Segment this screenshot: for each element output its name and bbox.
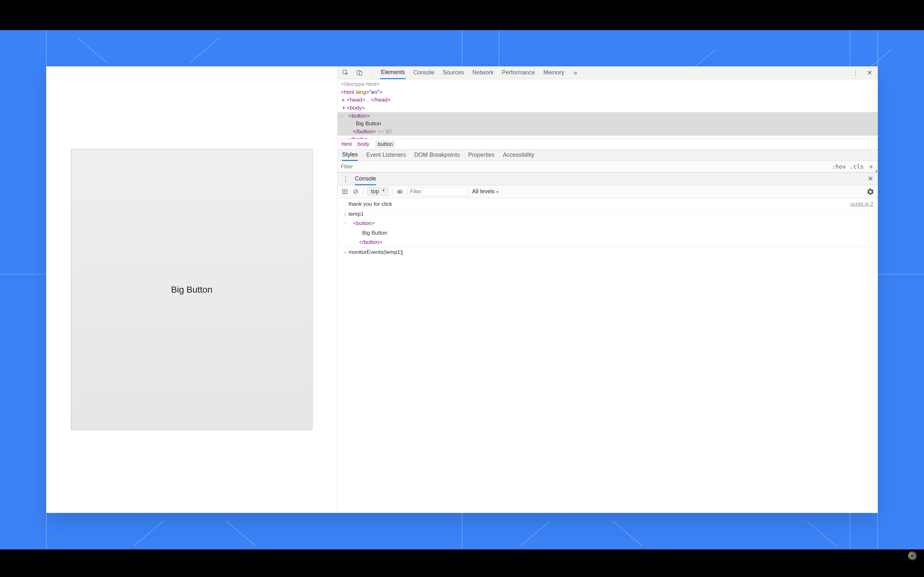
- diagonal-line: [520, 521, 550, 546]
- crumb-html[interactable]: html: [341, 141, 352, 147]
- devtools-tabbar: Elements Console Sources Network Perform…: [338, 66, 878, 79]
- resize-corner-icon[interactable]: [875, 169, 877, 172]
- dom-selected-node[interactable]: ⋯ <button> Big Button </button> == $0: [338, 112, 878, 136]
- subtab-styles[interactable]: Styles: [342, 150, 358, 161]
- diagonal-line: [807, 521, 837, 546]
- console-output-row: Big Button: [338, 228, 878, 238]
- dom-body-close: </body>: [349, 135, 878, 139]
- close-icon[interactable]: ✕: [866, 69, 873, 76]
- hov-toggle[interactable]: :hov: [832, 163, 846, 170]
- drawer-close-icon[interactable]: ✕: [867, 175, 873, 183]
- tab-elements[interactable]: Elements: [380, 67, 405, 79]
- drawer-tab-console[interactable]: Console: [355, 173, 376, 185]
- subtab-properties[interactable]: Properties: [468, 149, 494, 161]
- live-expression-icon[interactable]: [396, 188, 403, 195]
- dom-breadcrumb: html body button: [338, 139, 878, 149]
- letterbox-top: [0, 0, 924, 30]
- device-toolbar-icon[interactable]: [356, 69, 363, 76]
- subtab-accessibility[interactable]: Accessibility: [503, 149, 534, 161]
- tab-memory[interactable]: Memory: [543, 66, 565, 79]
- svg-line-5: [355, 190, 357, 193]
- console-settings-icon[interactable]: [867, 188, 874, 195]
- devtools-pane: Elements Console Sources Network Perform…: [337, 66, 878, 513]
- styles-subtabs: Styles Event Listeners DOM Breakpoints P…: [338, 149, 878, 161]
- big-button-label: Big Button: [171, 285, 212, 295]
- console-log-msg: thank you for click: [349, 200, 850, 208]
- console-output-text: </button>: [349, 238, 873, 247]
- separator: [392, 188, 393, 195]
- console-context-select[interactable]: top: [367, 187, 388, 196]
- dom-tree[interactable]: <!doctype html> <html lang="en"> ▸ <head…: [338, 79, 878, 139]
- console-filter-input[interactable]: [407, 187, 468, 196]
- drawer-kebab-icon[interactable]: ⋮: [342, 175, 349, 183]
- svg-point-7: [399, 191, 401, 193]
- tab-console[interactable]: Console: [413, 66, 435, 79]
- text-cursor: [402, 250, 403, 255]
- console-drawer-header: ⋮ Console ✕: [338, 172, 878, 185]
- more-tabs-icon[interactable]: »: [572, 69, 579, 76]
- console-toolbar: top All levels: [338, 185, 878, 198]
- subtab-event-listeners[interactable]: Event Listeners: [366, 149, 406, 161]
- kebab-menu-icon[interactable]: ⋮: [852, 69, 859, 76]
- clear-console-icon[interactable]: [352, 188, 359, 195]
- diagonal-line: [134, 521, 164, 546]
- styles-filter-row: :hov .cls ＋: [338, 161, 878, 172]
- diagonal-line: [613, 521, 643, 546]
- console-input-text: temp1: [349, 210, 873, 218]
- slide-background: Big Button El: [0, 30, 924, 550]
- console-log-row: thank you for click script.js:2: [338, 199, 878, 210]
- subtab-dom-breakpoints[interactable]: DOM Breakpoints: [414, 149, 460, 161]
- console-body[interactable]: thank you for click script.js:2 › temp1 …: [338, 198, 878, 513]
- console-prompt-row[interactable]: › monitorEvents(temp1): [338, 247, 878, 257]
- console-log-source[interactable]: script.js:2: [850, 200, 873, 208]
- tab-performance[interactable]: Performance: [501, 66, 535, 79]
- big-button[interactable]: Big Button: [71, 149, 312, 430]
- console-prompt-text[interactable]: monitorEvents(temp1): [349, 248, 873, 256]
- dom-html-open: <html lang="en">: [341, 89, 878, 97]
- diagonal-line: [78, 39, 108, 63]
- tab-network[interactable]: Network: [472, 66, 494, 79]
- svg-rect-2: [359, 71, 362, 75]
- browser-devtools-window: Big Button El: [46, 66, 878, 513]
- diagonal-line: [189, 39, 219, 63]
- ellipsis-icon[interactable]: ⋯: [338, 112, 344, 120]
- console-output-text: <button>: [349, 219, 873, 227]
- dom-head[interactable]: ▸ <head>…</head>: [341, 96, 878, 104]
- crumb-button[interactable]: button: [375, 140, 395, 148]
- separator: [372, 69, 373, 77]
- chrome-logo-icon: [908, 551, 917, 560]
- page-viewport: Big Button: [46, 66, 337, 513]
- chevron-right-icon: ›: [342, 248, 349, 256]
- chevron-left-icon: ‹: [342, 219, 349, 227]
- console-output-text: Big Button: [349, 229, 873, 237]
- separator: [363, 188, 363, 195]
- log-levels-select[interactable]: All levels: [472, 188, 499, 195]
- dom-body-open[interactable]: ▾ <body>: [341, 104, 878, 112]
- diagonal-line: [226, 521, 256, 546]
- console-output-row: </button>: [338, 237, 878, 247]
- console-input-row: › temp1: [338, 210, 878, 219]
- dom-doctype: <!doctype html>: [341, 81, 878, 89]
- console-output-row: ‹ <button>: [338, 219, 878, 228]
- styles-filter-input[interactable]: [341, 163, 828, 170]
- console-sidebar-toggle-icon[interactable]: [341, 188, 349, 195]
- new-style-rule-icon[interactable]: ＋: [867, 162, 875, 171]
- cls-toggle[interactable]: .cls: [850, 163, 864, 170]
- letterbox-bottom: [0, 550, 924, 577]
- tab-sources[interactable]: Sources: [442, 66, 465, 79]
- inspect-element-icon[interactable]: [342, 69, 349, 76]
- crumb-body[interactable]: body: [357, 141, 369, 147]
- chevron-right-icon: ›: [342, 210, 349, 218]
